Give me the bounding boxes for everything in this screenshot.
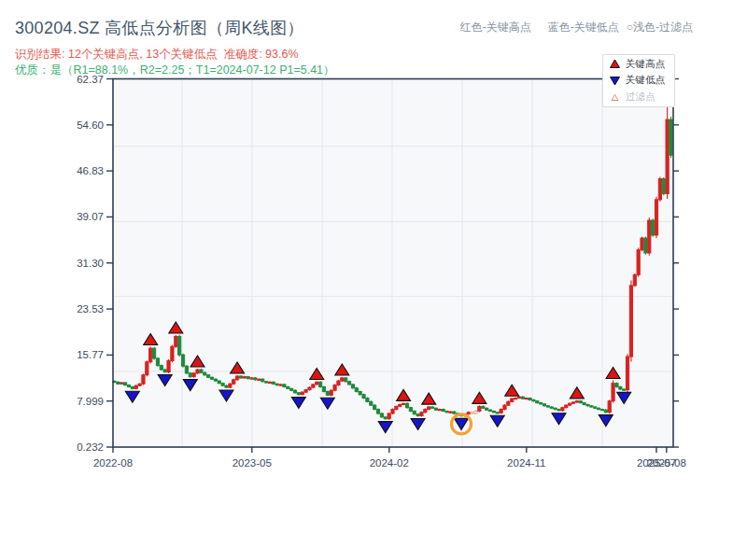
candle [275, 384, 278, 385]
candle [644, 238, 647, 253]
candle [326, 392, 329, 396]
candle [384, 417, 387, 419]
candle [333, 385, 336, 391]
candle [604, 410, 607, 413]
candle [569, 403, 571, 405]
candle [225, 385, 228, 387]
candle [391, 410, 394, 413]
candle [117, 382, 120, 384]
candle [658, 179, 661, 200]
candle [550, 407, 553, 408]
candle [243, 377, 246, 378]
candle [254, 378, 257, 380]
candle [655, 200, 657, 235]
candle [492, 411, 495, 412]
candle [178, 336, 181, 355]
candle [214, 379, 217, 381]
candle [272, 382, 275, 384]
candle [438, 410, 441, 411]
candle [395, 406, 398, 409]
candle [536, 401, 539, 403]
candle [138, 384, 141, 385]
candle [366, 399, 369, 402]
legend-key-high-label: 关键高点 [626, 58, 665, 71]
candle [261, 379, 264, 382]
legend-filtered: 过滤点 [609, 90, 674, 105]
candle [370, 401, 373, 405]
candle [330, 390, 332, 395]
candle [163, 370, 166, 372]
candle [131, 386, 134, 388]
candle [146, 362, 148, 375]
candle [467, 413, 470, 414]
candle [619, 386, 622, 389]
candle [511, 399, 514, 401]
x-tick-label: 2023-05 [233, 457, 272, 469]
triangle-outline-icon [609, 92, 621, 103]
candle [590, 406, 593, 407]
candle [376, 410, 379, 413]
candle [196, 370, 199, 373]
candle [167, 361, 170, 372]
candle [304, 390, 307, 393]
candle [626, 357, 628, 390]
candle [283, 385, 286, 387]
candle [229, 384, 232, 387]
candle [247, 377, 249, 379]
candle [575, 401, 578, 402]
candle [218, 381, 220, 384]
candle [442, 410, 444, 412]
x-tick-label: 2024-11 [507, 457, 545, 469]
candle [579, 401, 582, 403]
y-tick-label: 15.77 [77, 349, 104, 360]
y-tick-label: 39.07 [77, 211, 104, 222]
candle [341, 378, 344, 381]
candle [409, 408, 412, 412]
candle [312, 385, 315, 387]
candle [297, 393, 300, 395]
candle [142, 375, 145, 385]
candle [287, 386, 289, 388]
candle [405, 403, 408, 407]
candle [623, 389, 626, 390]
candle [648, 220, 651, 253]
legend-key-high: 关键高点 [609, 56, 674, 72]
candle [633, 274, 636, 285]
candle [637, 250, 640, 275]
candle [134, 385, 137, 388]
candle [543, 404, 545, 406]
candle [362, 395, 365, 399]
y-tick-label: 23.53 [77, 303, 104, 315]
candle [149, 348, 152, 362]
candle [503, 405, 506, 409]
triangle-down-icon [609, 76, 621, 86]
candle [449, 412, 452, 413]
legend-key-low-label: 关键低点 [626, 74, 665, 87]
candle [453, 412, 456, 413]
candle [514, 399, 516, 399]
candle [641, 238, 643, 250]
candle [124, 383, 127, 385]
y-tick-label: 54.60 [77, 119, 104, 131]
candle [517, 397, 520, 398]
candle [615, 384, 618, 387]
candle [185, 366, 188, 373]
candle [264, 382, 267, 383]
candle [413, 411, 416, 413]
candle [268, 382, 271, 383]
candle [318, 382, 321, 386]
candle [474, 411, 477, 413]
candle [293, 390, 296, 393]
candle [388, 413, 390, 419]
candle [160, 366, 162, 370]
candle [235, 376, 238, 380]
candle [571, 402, 574, 403]
candle [152, 348, 155, 358]
candle [175, 336, 177, 346]
candle [525, 399, 528, 399]
candle [189, 373, 191, 377]
candle [347, 382, 350, 385]
candle [200, 370, 203, 372]
candle [250, 378, 253, 379]
candle [127, 385, 130, 387]
